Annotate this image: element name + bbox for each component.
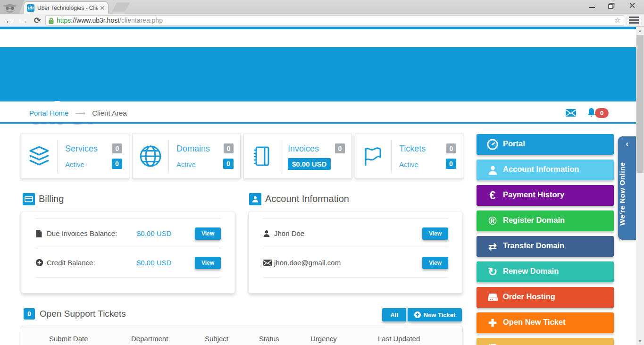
browser-tab[interactable]: ub Uber Technologies - Clien ✕ <box>24 1 109 14</box>
browser-tab-strip: ub Uber Technologies - Clien ✕ ✕ <box>0 0 644 14</box>
gauge-icon <box>486 139 499 150</box>
refresh-button[interactable]: ⟳ <box>31 14 43 27</box>
stat-title: Tickets <box>399 144 426 154</box>
billing-icon <box>23 193 35 205</box>
panel-row: Credit Balance: $0.00 USD View <box>35 248 221 277</box>
sidebar-button-label: Register Domain <box>503 216 565 225</box>
live-chat-label: We're Now Online <box>618 152 636 235</box>
address-bar[interactable]: https://www.ub3r.host/clientarea.php ☆ <box>45 15 624 25</box>
row-label: jhon.doe@gmail.com <box>274 259 341 267</box>
breadcrumb: Portal Home ⟶ Client Area <box>29 109 127 118</box>
sidebar-button-open-new-ticket[interactable]: Open New Ticket <box>477 312 614 333</box>
sidebar-button-partial[interactable] <box>477 338 614 345</box>
browser-menu-icon[interactable] <box>629 16 639 25</box>
sidebar-button-portal[interactable]: Portal <box>477 134 614 155</box>
scroll-down-arrow[interactable]: ▼ <box>636 337 644 345</box>
document-icon <box>35 229 47 238</box>
site-favicon: ub <box>27 4 34 12</box>
back-button[interactable]: ← <box>3 14 16 27</box>
browser-window: ub Uber Technologies - Clien ✕ ✕ ← → ⟳ h… <box>0 0 644 345</box>
new-ticket-button[interactable]: New Ticket <box>408 308 462 321</box>
stat-title: Invoices <box>288 144 319 154</box>
table-column-header: Last Updated <box>378 335 420 343</box>
row-value: $0.00 USD <box>137 259 171 267</box>
window-close-button[interactable]: ✕ <box>625 1 639 10</box>
breadcrumb-bar: Portal Home ⟶ Client Area 0 <box>0 101 636 124</box>
live-chat-tab[interactable]: ‹ We're Now Online <box>618 136 636 240</box>
sidebar-button-payment-history[interactable]: € Payment History <box>477 185 614 206</box>
window-minimize-button[interactable] <box>585 1 599 10</box>
hosting-icon <box>486 292 499 303</box>
padlock-icon <box>49 17 54 24</box>
table-column-header: Department <box>131 335 168 343</box>
stat-active-badge: $0.00 USD <box>288 158 331 170</box>
billing-title: Billing <box>39 194 64 204</box>
stat-card-services: Services 0 Active 0 <box>21 134 129 179</box>
scroll-up-arrow[interactable]: ▲ <box>636 27 644 34</box>
euro-icon: € <box>486 190 499 201</box>
stat-active-badge: 0 <box>446 159 456 169</box>
view-button[interactable]: View <box>195 227 221 240</box>
stat-active-label: Active <box>399 160 418 168</box>
breadcrumb-arrow: ⟶ <box>75 109 86 117</box>
panel-row: Due Invoices Balance: $0.00 USD View <box>35 219 221 248</box>
sidebar-button-label: Portal <box>503 139 525 148</box>
sidebar-button-transfer-domain[interactable]: ⇄ Transfer Domain <box>477 236 614 257</box>
chevron-left-icon: ‹ <box>618 139 636 149</box>
window-restore-button[interactable] <box>604 1 619 10</box>
stat-active-label: Active <box>176 160 196 168</box>
stat-active-label: Active <box>65 160 84 168</box>
stat-active-badge: 0 <box>223 159 234 169</box>
tickets-table: Submit DateDepartmentSubjectStatusUrgenc… <box>21 326 463 345</box>
sidebar-button-renew-domain[interactable]: ↻ Renew Domain <box>477 261 614 282</box>
forward-button[interactable]: → <box>17 14 30 27</box>
tickets-title: Open Support Tickets <box>40 309 126 319</box>
envelope-dark-icon <box>263 260 274 266</box>
row-value: $0.00 USD <box>137 229 171 237</box>
panel-row: Jhon Doe View <box>263 219 448 248</box>
table-column-header: Submit Date <box>49 335 88 343</box>
sidebar-button-order-hosting[interactable]: Order Hosting <box>477 287 614 308</box>
url-scheme: https <box>57 17 71 24</box>
view-button[interactable]: View <box>422 227 448 240</box>
mail-icon[interactable] <box>566 109 576 118</box>
bell-icon[interactable] <box>587 108 595 119</box>
book-icon <box>486 343 499 345</box>
breadcrumb-home-link[interactable]: Portal Home <box>29 109 68 117</box>
page-scrollbar[interactable]: ▲ ▼ <box>636 27 644 345</box>
tickets-all-button[interactable]: All <box>382 308 406 321</box>
breadcrumb-current: Client Area <box>92 109 126 117</box>
plus-icon <box>486 317 499 328</box>
tab-close-icon[interactable]: ✕ <box>100 5 105 11</box>
sidebar-button-register-domain[interactable]: ® Register Domain <box>477 210 614 231</box>
sidebar-button-account-information[interactable]: Account Information <box>477 160 614 180</box>
transfer-icon: ⇄ <box>486 241 499 252</box>
account-info-title: Account Information <box>265 194 349 204</box>
tickets-count-badge: 0 <box>24 308 35 320</box>
site-header: uber evolve your life <box>0 47 636 101</box>
notification-badge[interactable]: 0 <box>595 108 609 118</box>
flag-icon <box>355 134 391 178</box>
view-button[interactable]: View <box>195 257 221 269</box>
stat-active-badge: 0 <box>112 159 122 169</box>
user-white-icon <box>486 164 499 176</box>
plus-circle-icon <box>414 311 421 318</box>
table-column-header: Status <box>259 335 279 343</box>
registered-icon: ® <box>486 215 499 227</box>
stat-count-badge: 0 <box>446 143 456 153</box>
divider <box>168 140 169 172</box>
stat-card-domains: Domains 0 Active 0 <box>132 134 241 179</box>
layers-icon <box>21 134 57 178</box>
scrollbar-thumb[interactable] <box>636 35 644 173</box>
view-button[interactable]: View <box>422 257 448 269</box>
row-label: Credit Balance: <box>47 259 95 267</box>
new-tab-button[interactable] <box>111 2 130 12</box>
divider <box>57 140 58 172</box>
stat-count-badge: 0 <box>112 143 122 153</box>
sidebar-button-label: Transfer Domain <box>503 241 564 250</box>
stat-title: Services <box>65 144 98 154</box>
incognito-icon <box>0 0 25 14</box>
tab-title: Uber Technologies - Clien <box>37 5 98 11</box>
globe-icon <box>133 134 168 178</box>
bookmark-star-icon[interactable]: ☆ <box>614 17 621 24</box>
